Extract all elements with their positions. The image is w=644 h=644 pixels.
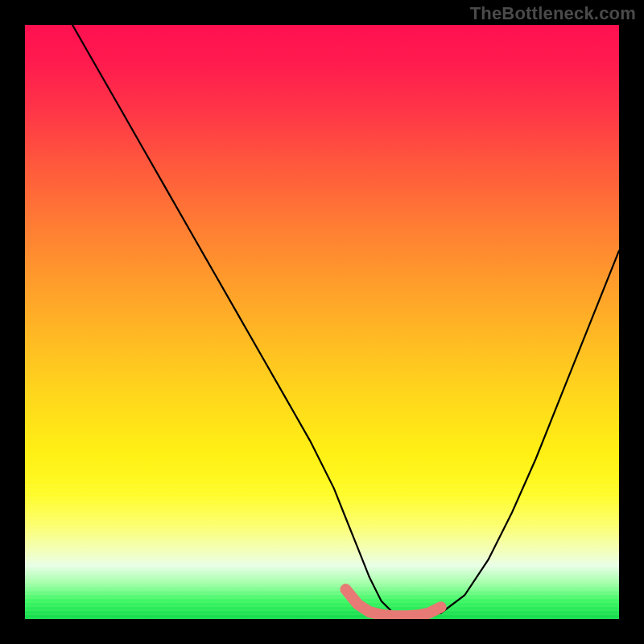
plot-area: [25, 25, 619, 619]
chart-frame: TheBottleneck.com: [0, 0, 644, 644]
watermark-text: TheBottleneck.com: [470, 3, 636, 24]
main-curve: [72, 25, 619, 616]
curve-layer: [25, 25, 619, 619]
valley-highlight: [346, 589, 441, 616]
